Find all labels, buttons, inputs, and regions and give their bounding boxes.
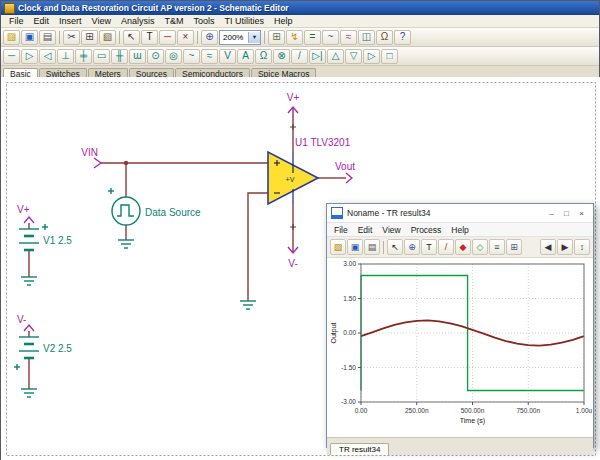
pen-icon[interactable]: / [438,239,454,255]
print-icon[interactable]: ▤ [39,30,56,45]
save-file-icon[interactable]: ▣ [21,30,38,45]
voltage-generator-icon[interactable]: ~ [183,49,200,64]
ohmmeter-icon[interactable]: Ω [255,49,272,64]
result-window-title: Noname - TR result34 [347,208,540,218]
axes-icon[interactable]: ⊞ [506,239,522,255]
ground-data-source[interactable] [118,240,134,248]
inductor-icon[interactable]: ɯ [129,49,146,64]
oscilloscope-icon[interactable]: ◫ [358,30,375,45]
output-port-icon[interactable]: ◁ [39,49,56,64]
text-tool-icon[interactable]: T [141,30,158,45]
zoom-in-icon[interactable]: ⊕ [201,30,218,45]
data-source-label: Data Source [145,207,201,218]
delete-tool-icon[interactable]: × [177,30,194,45]
ground-v2[interactable] [21,389,37,397]
voltmeter-icon[interactable]: V [219,49,236,64]
svg-text:Output: Output [330,322,338,343]
cursor-b-icon[interactable]: ◇ [472,239,488,255]
text-icon[interactable]: T [421,239,437,255]
ground-opamp[interactable] [240,301,256,309]
open-file-icon[interactable]: ▨ [3,30,20,45]
print-icon[interactable]: ▤ [364,239,380,255]
result-menu-edit[interactable]: Edit [353,225,378,235]
diode-icon[interactable]: ▷| [309,49,326,64]
dc-analysis-icon[interactable]: = [304,30,321,45]
legend-icon[interactable]: ≡ [489,239,505,255]
zoom-level-combo[interactable]: 200%▼ [219,30,261,45]
close-button[interactable]: × [574,207,589,220]
help-icon[interactable]: ? [394,30,411,45]
toolbar-separator [197,31,198,44]
menu-t-m[interactable]: T&M [159,16,188,26]
transistor-pnp-icon[interactable]: ▽ [345,49,362,64]
multimeter-icon[interactable]: Ω [376,30,393,45]
wires[interactable] [29,107,346,389]
pan-up-down-icon[interactable]: ↕ [574,239,590,255]
pulse-waveform-glyph [117,205,134,216]
copy-icon[interactable]: ⊞ [81,30,98,45]
select-mode-icon[interactable]: ↖ [123,30,140,45]
next-page-icon[interactable]: ▶ [557,239,573,255]
current-source-icon[interactable]: ◎ [165,49,182,64]
paste-icon[interactable]: ▧ [99,30,116,45]
maximize-button[interactable]: □ [559,207,574,220]
vin-port[interactable]: VIN [81,147,101,168]
menu-file[interactable]: File [4,16,29,26]
voltage-source-icon[interactable]: ⊙ [147,49,164,64]
battery-v2[interactable]: V- V2 2.5 [14,314,72,370]
battery-icon[interactable]: ╪ [75,49,92,64]
vout-port[interactable]: Vout [335,161,355,183]
ground-v1[interactable] [21,277,37,285]
wire-icon[interactable]: ─ [3,49,20,64]
menu-analysis[interactable]: Analysis [116,16,160,26]
menu-insert[interactable]: Insert [54,16,87,26]
result-tab-strip: TR result34 [327,437,593,455]
ground-icon[interactable]: ⊥ [57,49,74,64]
result-title-bar[interactable]: Noname - TR result34 –□× [327,204,593,223]
interactive-mode-icon[interactable]: ↯ [286,30,303,45]
result-menu-help[interactable]: Help [446,225,473,235]
menu-tools[interactable]: Tools [188,16,219,26]
switch-icon[interactable]: / [291,49,308,64]
opamp-icon[interactable]: ▷ [363,49,380,64]
minimize-button[interactable]: – [544,207,559,220]
ammeter-icon[interactable]: A [237,49,254,64]
wire-tool-icon[interactable]: ─ [159,30,176,45]
capacitor-icon[interactable]: ╫ [111,49,128,64]
result-menu-file[interactable]: File [329,225,353,235]
result-menu-process[interactable]: Process [406,225,447,235]
cursor-a-icon[interactable]: ◆ [455,239,471,255]
result-tab[interactable]: TR result34 [330,443,389,455]
resistor-icon[interactable]: ▭ [93,49,110,64]
result-window-icon [331,207,343,219]
chevron-down-icon[interactable]: ▼ [248,32,260,43]
cursor-icon[interactable]: ↖ [387,239,403,255]
ac-analysis-icon[interactable]: ~ [322,30,339,45]
toolbar-separator [264,31,265,44]
result-menu-view[interactable]: View [377,225,405,235]
battery-v1[interactable]: V+ V1 2.5 [17,204,72,250]
transient-analysis-icon[interactable]: ≈ [340,30,357,45]
data-source[interactable]: Data Source [108,188,201,225]
export-icon[interactable]: ▨ [330,239,346,255]
window-title: Clock and Data Restoration Circuit AP ve… [18,3,289,13]
cut-icon[interactable]: ✂ [63,30,80,45]
menu-help[interactable]: Help [269,16,298,26]
lamp-icon[interactable]: ⊗ [273,49,290,64]
macro-icon[interactable]: □ [381,49,398,64]
zoom-icon[interactable]: ⊕ [404,239,420,255]
input-port-icon[interactable]: ▷ [21,49,38,64]
svg-text:3.00: 3.00 [343,260,356,267]
result-window[interactable]: Noname - TR result34 –□× FileEditViewPro… [326,203,594,448]
opamp-ref-label: U1 TLV3201 [295,137,351,148]
title-bar[interactable]: Clock and Data Restoration Circuit AP ve… [1,1,599,15]
menu-edit[interactable]: Edit [29,16,55,26]
save-icon[interactable]: ▣ [347,239,363,255]
transistor-npn-icon[interactable]: △ [327,49,344,64]
svg-text:500.00n: 500.00n [461,407,485,414]
prev-page-icon[interactable]: ◀ [540,239,556,255]
current-generator-icon[interactable]: ≈ [201,49,218,64]
menu-ti-utilities[interactable]: TI Utilities [219,16,269,26]
grid-toggle-icon[interactable]: ⊞ [268,30,285,45]
menu-view[interactable]: View [87,16,116,26]
